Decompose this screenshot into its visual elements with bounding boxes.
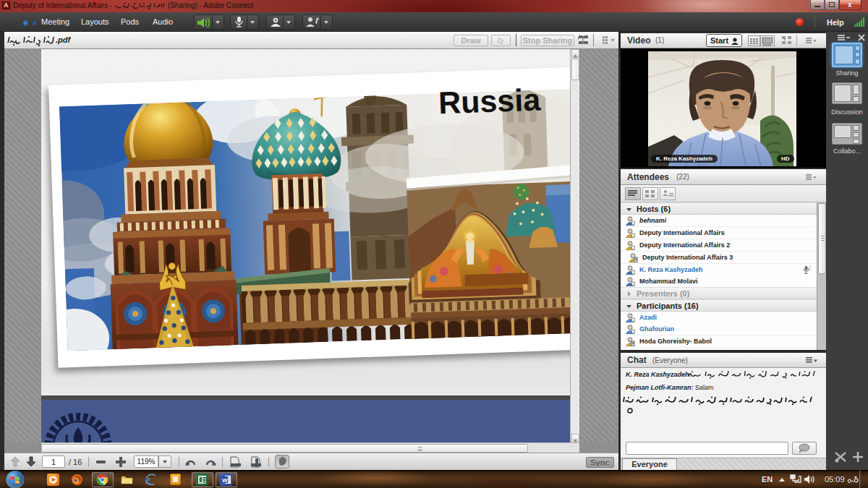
svg-text:W: W [222,477,228,484]
svg-text:.pdf: .pdf [56,35,71,44]
